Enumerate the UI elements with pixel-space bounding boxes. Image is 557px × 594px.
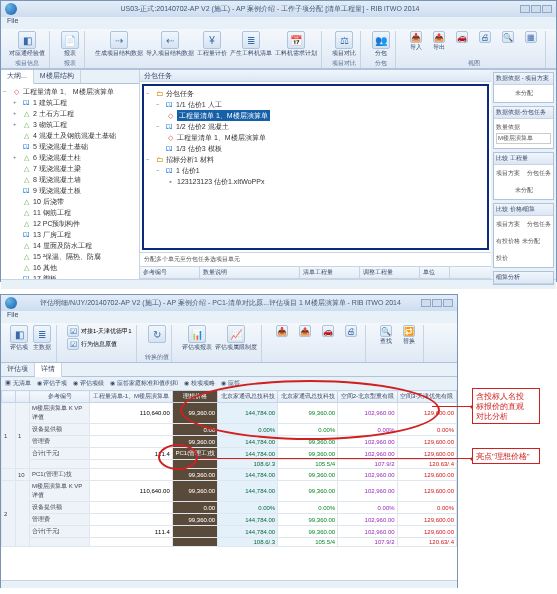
table-row[interactable]: 合计[千元]111.4144,784.0099,360.00102,960.00… — [2, 526, 457, 538]
statusbar — [1, 279, 556, 289]
annotation-box-1 — [472, 388, 540, 424]
tree-item[interactable]: +△2 土石方工程 — [3, 108, 137, 119]
tree-left[interactable]: −◇工程量清单 1、 M楼层演算单 +🕮1 建筑工程+△2 土石方工程+△3 砌… — [1, 84, 139, 279]
tree-item[interactable]: △14 屋面及防水工程 — [3, 240, 137, 251]
rg2-5: 📥 📤 🚗 🖨 — [268, 325, 366, 362]
window-title: US03-正式:20140702-AP V2 (施工) - AP 案例介绍 - … — [21, 4, 519, 14]
tree-item[interactable]: +🕮1 建筑工程 — [3, 97, 137, 108]
tree-item[interactable]: 🕮5 现浇混凝土基础 — [3, 141, 137, 152]
table-row[interactable]: 108.6/.3105.5/4107.9/2120.63/.4 — [2, 538, 457, 547]
window-controls[interactable] — [519, 5, 552, 14]
ribbon-group-report: 📄报表 — [56, 31, 85, 68]
tree-item[interactable]: △8 现浇混凝土墙 — [3, 174, 137, 185]
tree-item[interactable]: △16 其他 — [3, 262, 137, 273]
note: 分配多个单元至分包任务选项目单元 — [140, 252, 491, 266]
filter-row[interactable]: ▣ 无清单 ◉ 评估子项 ◉ 评估项级 ◉ 应答家庭标准和值/列和 ◉ 校项项略… — [1, 377, 457, 390]
tree-item[interactable]: +△6 现浇混凝土柱 — [3, 152, 137, 163]
sidebox-compare-price: 比较 价格/细算 项目方案分包任务 有投价格 未分配 投价 — [493, 203, 554, 268]
app-logo-icon — [5, 297, 17, 309]
btn-view-icon[interactable]: ▦ — [521, 31, 541, 43]
btn-eval-report[interactable]: 📊评估项报表 — [182, 325, 212, 352]
btn-report[interactable]: 📄报表 — [60, 31, 80, 58]
sidebox-datasource: 数据依据 - 项目方案未分配 — [493, 72, 554, 103]
table-row[interactable]: 设备提供额0.000.00%0.00%0.00%0.00% — [2, 424, 457, 436]
side-panels: 数据依据 - 项目方案未分配 数据依据-分包任务 数量依据M楼层演算单 比较 工… — [491, 70, 556, 279]
btn-subcontract[interactable]: 👥分包 — [371, 31, 391, 58]
btn-import-struct[interactable]: ⇠导入项目结构数据 — [146, 31, 194, 58]
btn-export[interactable]: 📤导出 — [429, 31, 449, 52]
tree-item[interactable]: △15 ²保温、隔热、防腐 — [3, 251, 137, 262]
statusbar-2 — [1, 580, 457, 588]
center-title: 分包任务 — [140, 70, 491, 82]
rg2-2: ☑对接1-天津优德甲1 ☑行为信息原值 — [63, 325, 137, 362]
ribbon-group-project: ◧对应通经验值 — [5, 31, 50, 68]
app-logo-icon — [5, 3, 17, 15]
ribbon-group-compare: ⚖项目对比 — [328, 31, 361, 68]
table-row[interactable]: 设备提供额0.000.00%0.00%0.00%0.00% — [2, 502, 457, 514]
btn-print-2[interactable]: 🖨 — [341, 325, 361, 337]
btn-print-icon[interactable]: 🖨 — [475, 31, 495, 43]
workarea: 大纲...M楼层结构 −◇工程量清单 1、 M楼层演算单 +🕮1 建筑工程+△2… — [1, 69, 556, 279]
tab-floor[interactable]: M楼层结构 — [34, 70, 81, 83]
table-row[interactable]: 管理费99,360.00144,784.0099,360.00102,960.0… — [2, 514, 457, 526]
btn-car-2[interactable]: 🚗 — [318, 325, 338, 337]
window-title-2: 评估明细/N/JY/20140702-AP V2 (施工) - AP 案例介绍 … — [21, 298, 420, 308]
ribbon-group-structure: ⇢生成项目结构数据 ⇠导入项目结构数据 ¥工程量计价 ≣产生工料机清单 📅工料机… — [91, 31, 322, 68]
ribbon-2: ◧评估项 ≣主数据 ☑对接1-天津优德甲1 ☑行为信息原值 ↻ 📊评估项报表 📈… — [1, 323, 457, 363]
btn-gen-struct[interactable]: ⇢生成项目结构数据 — [95, 31, 143, 58]
table-row[interactable]: 10PC1(管理工)技 99,360.00144,784.0099,360.00… — [2, 469, 457, 481]
tabstrip-2: 评估项 详情 — [1, 363, 457, 377]
tree-item[interactable]: △11 钢筋工程 — [3, 207, 137, 218]
btn-convert[interactable]: ↻ — [147, 325, 167, 343]
tree-item[interactable]: 🕮17 脚板 — [3, 273, 137, 279]
tab-eval[interactable]: 评估项 — [1, 363, 35, 376]
btn-import[interactable]: 📥导入 — [406, 31, 426, 52]
tree-item[interactable]: △10 后浇带 — [3, 196, 137, 207]
annotation-arrow-1 — [432, 406, 472, 407]
data-grid[interactable]: 参考编号 工程量清单-1、M楼层演算单 理想价格 北京家通讯总技科技 北京家通讯… — [1, 390, 457, 547]
btn-eval-limit[interactable]: 📈评估项属限制度 — [215, 325, 257, 352]
ribbon: ◧对应通经验值 📄报表 ⇢生成项目结构数据 ⇠导入项目结构数据 ¥工程量计价 ≣… — [1, 29, 556, 69]
menubar-2[interactable]: File — [1, 311, 457, 323]
btn-export-2[interactable]: 📤 — [295, 325, 315, 337]
tree-item[interactable]: △12 PC预制构件 — [3, 218, 137, 229]
tab-outline[interactable]: 大纲... — [1, 70, 34, 84]
btn-gen-material[interactable]: ≣产生工料机清单 — [230, 31, 272, 58]
table-row[interactable]: 11M楼层演算单 K VP详值110,640.0099,360.00144,78… — [2, 403, 457, 424]
grid-area[interactable]: 参考编号 工程量清单-1、M楼层演算单 理想价格 北京家通讯总技科技 北京家通讯… — [1, 390, 457, 580]
check-icon[interactable]: ☑ — [67, 338, 79, 350]
table-row[interactable]: 2M楼层演算单 K VP详值110,640.0099,360.00144,784… — [2, 481, 457, 502]
tab-detail[interactable]: 详情 — [35, 363, 62, 377]
app-window-2: 评估明细/N/JY/20140702-AP V2 (施工) - AP 案例介绍 … — [0, 294, 458, 588]
tree-item[interactable]: 🕮9 现浇混凝土板 — [3, 185, 137, 196]
app-window-1: US03-正式:20140702-AP V2 (施工) - AP 案例介绍 - … — [0, 0, 557, 282]
titlebar-2: 评估明细/N/JY/20140702-AP V2 (施工) - AP 案例介绍 … — [1, 295, 457, 311]
tree-item[interactable]: △7 现浇混凝土梁 — [3, 163, 137, 174]
btn-replace[interactable]: 🔁替换 — [399, 325, 419, 346]
btn-eval[interactable]: ◧评估项 — [9, 325, 29, 352]
btn-compare[interactable]: ⚖项目对比 — [332, 31, 356, 58]
btn-master[interactable]: ≣主数据 — [32, 325, 52, 352]
window-controls-2[interactable] — [420, 299, 453, 308]
table-row[interactable]: 108.6/.3105.5/4107.9/2120.63/.4 — [2, 460, 457, 469]
menubar[interactable]: File — [1, 17, 556, 29]
btn-material-plan[interactable]: 📅工料机需求计划 — [275, 31, 317, 58]
tree-item[interactable]: +△3 砌筑工程 — [3, 119, 137, 130]
btn-qty-price[interactable]: ¥工程量计价 — [197, 31, 227, 58]
tree-item[interactable]: △4 混凝土及钢筋混凝土基础 — [3, 130, 137, 141]
ribbon-group-view: 📥导入 📤导出 🚗 🖨 🔍 ▦ — [402, 31, 546, 68]
rg2-1: ◧评估项 ≣主数据 — [5, 325, 57, 362]
btn-exp-value[interactable]: ◧对应通经验值 — [9, 31, 45, 58]
btn-import-2[interactable]: 📥 — [272, 325, 292, 337]
grid-columns[interactable]: 参考编号 数量说明 清单工程量 调整工程量 单位 — [140, 266, 491, 279]
tree-center[interactable]: −🗀分包任务 −🕮1/1 估价1 人工 ◇工程量清单 1、M楼层演算单 −🕮1/… — [144, 86, 487, 189]
sidebox-compare-qty: 比较 工程量 项目方案分包任务 未分配 — [493, 152, 554, 200]
sidebox-analysis: 细算分析 — [493, 271, 554, 285]
check-icon[interactable]: ☑ — [67, 325, 79, 337]
rg2-3: ↻ — [143, 325, 172, 362]
tree-item[interactable]: 🕮13 厂房工程 — [3, 229, 137, 240]
table-row[interactable]: 管理费99,360.00144,784.0099,360.00102,960.0… — [2, 436, 457, 448]
btn-find[interactable]: 🔍查找 — [376, 325, 396, 346]
btn-car-icon[interactable]: 🚗 — [452, 31, 472, 43]
btn-find-icon[interactable]: 🔍 — [498, 31, 518, 43]
